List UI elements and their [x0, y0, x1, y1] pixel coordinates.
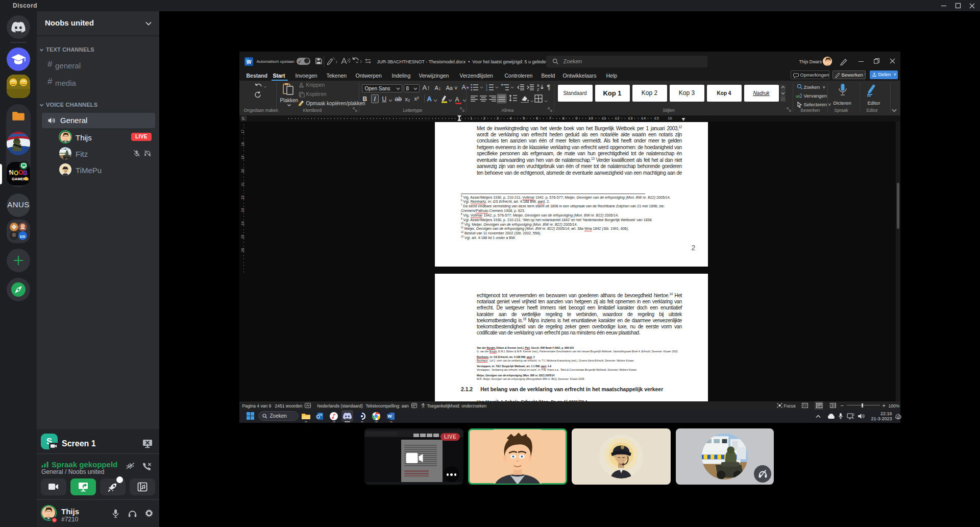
- svg-text:3: 3: [486, 88, 487, 91]
- svg-text:O: O: [14, 170, 18, 177]
- svg-text:A: A: [537, 84, 540, 87]
- svg-text:W: W: [247, 59, 252, 65]
- svg-text:Z: Z: [537, 88, 540, 91]
- svg-text:ab: ab: [796, 94, 800, 99]
- svg-text:W: W: [387, 414, 392, 419]
- svg-text:cn: cn: [20, 234, 26, 239]
- svg-text:✦: ✦: [8, 170, 11, 173]
- svg-text:B: B: [23, 170, 28, 177]
